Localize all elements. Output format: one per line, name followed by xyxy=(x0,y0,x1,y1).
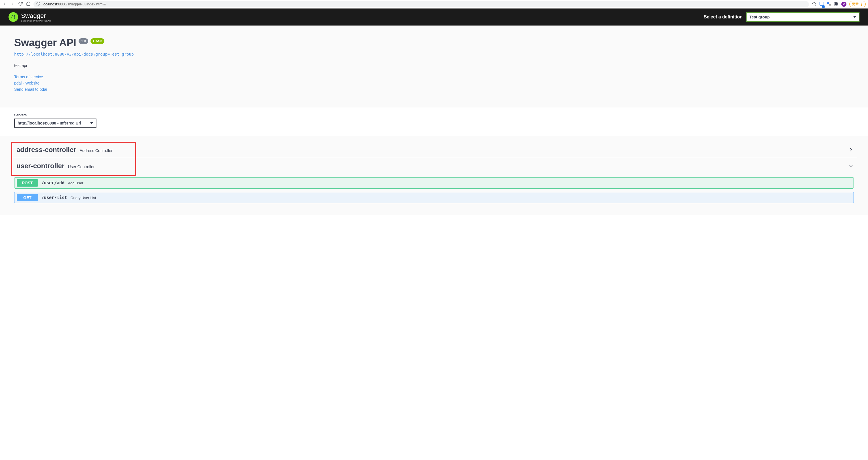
tag-desc: Address Controller xyxy=(80,148,113,153)
operation-path: /user/list xyxy=(41,195,67,200)
back-icon[interactable] xyxy=(2,1,7,7)
update-button[interactable]: 更新⋮ xyxy=(849,1,866,7)
svg-marker-3 xyxy=(812,2,816,5)
definition-select[interactable]: Test group xyxy=(746,12,860,22)
info-section: Swagger API 1.0 OAS3 http://localhost:80… xyxy=(0,26,868,108)
terms-of-service-link[interactable]: Terms of service xyxy=(14,74,854,79)
contact-website-link[interactable]: pdai - Website xyxy=(14,81,854,85)
oas-badge: OAS3 xyxy=(91,38,104,44)
operation-summary: Query User List xyxy=(70,196,96,200)
operation-summary: Add User xyxy=(68,181,83,185)
definition-select-label: Select a definition xyxy=(704,14,743,20)
tags-container: address-controller Address Controller us… xyxy=(0,136,868,215)
home-icon[interactable] xyxy=(26,1,31,7)
svg-rect-4 xyxy=(820,2,823,5)
logo-text-sub: Supported by SMARTBEAR xyxy=(21,20,51,22)
tag-name: address-controller xyxy=(17,146,76,154)
svg-rect-6 xyxy=(829,4,831,6)
swagger-topbar: {·} Swagger Supported by SMARTBEAR Selec… xyxy=(0,8,868,26)
tag-address-controller[interactable]: address-controller Address Controller xyxy=(11,142,857,158)
browser-toolbar: localhost:8080/swagger-ui/index.html#/ 0… xyxy=(0,0,868,8)
svg-rect-5 xyxy=(827,2,829,4)
operations-list: POST /user/add Add User GET /user/list Q… xyxy=(11,177,857,203)
api-description: test api xyxy=(14,63,854,68)
browser-right-icons: 0 P 更新⋮ xyxy=(812,1,866,7)
servers-label: Servers xyxy=(14,113,854,117)
nav-icons xyxy=(2,1,31,7)
tag-user-controller[interactable]: user-controller User Controller xyxy=(11,158,857,174)
operation-path: /user/add xyxy=(41,180,64,185)
swagger-logo-icon: {·} xyxy=(8,12,18,22)
chevron-down-icon xyxy=(848,163,854,169)
api-title: Swagger API xyxy=(14,37,76,49)
star-icon[interactable] xyxy=(812,1,816,7)
servers-section: Servers http://localhost:8080 - Inferred… xyxy=(0,108,868,136)
operation-post-user-add[interactable]: POST /user/add Add User xyxy=(14,177,854,189)
forward-icon[interactable] xyxy=(10,1,15,7)
operation-get-user-list[interactable]: GET /user/list Query User List xyxy=(14,192,854,203)
info-icon xyxy=(36,2,40,6)
contact-email-link[interactable]: Send email to pdai xyxy=(14,87,854,92)
url-path: :8080/swagger-ui/index.html#/ xyxy=(57,2,106,6)
servers-select[interactable]: http://localhost:8080 - Inferred Url xyxy=(14,119,96,128)
method-badge: GET xyxy=(17,194,38,202)
extensions-icon[interactable] xyxy=(834,1,838,7)
tag-desc: User Controller xyxy=(68,164,94,169)
swagger-logo[interactable]: {·} Swagger Supported by SMARTBEAR xyxy=(8,12,51,22)
chevron-right-icon xyxy=(848,147,854,153)
spec-url-link[interactable]: http://localhost:8080/v3/api-docs?group=… xyxy=(14,52,134,56)
translate-icon[interactable]: 0 xyxy=(819,1,824,7)
tag-name: user-controller xyxy=(17,162,64,170)
logo-text-main: Swagger xyxy=(21,12,51,20)
address-bar[interactable]: localhost:8080/swagger-ui/index.html#/ xyxy=(33,1,809,7)
version-badge: 1.0 xyxy=(79,38,89,44)
profile-avatar[interactable]: P xyxy=(841,2,846,7)
method-badge: POST xyxy=(17,179,38,187)
url-host: localhost xyxy=(42,2,57,6)
gtranslate-icon[interactable] xyxy=(827,1,831,7)
reload-icon[interactable] xyxy=(18,1,23,7)
